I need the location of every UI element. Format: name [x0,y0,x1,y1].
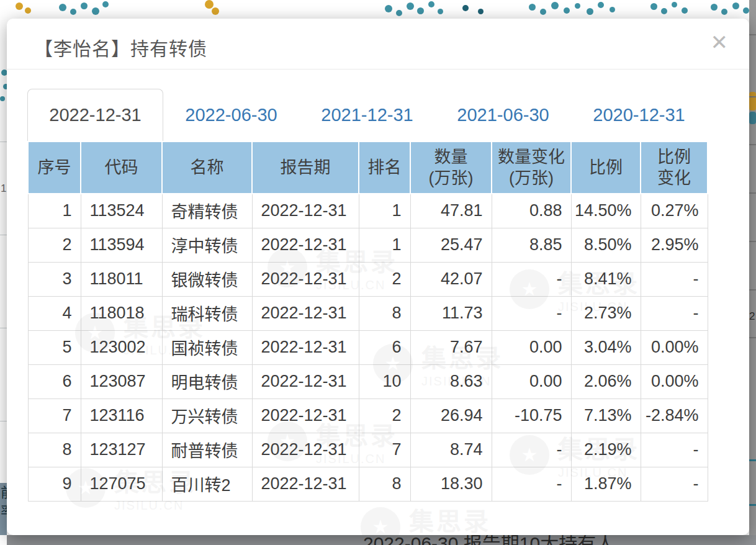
cell-rank: 10 [359,364,410,399]
background-axis-label-right: 2 [749,310,755,323]
cell-code-link[interactable]: 123127 [81,433,162,467]
tab-2021-06-30[interactable]: 2021-06-30 [435,89,571,141]
background-scatter-dot [438,9,443,14]
cell-qty-change: 0.00 [492,364,571,399]
cell-rank: 7 [359,433,410,467]
jisilu-watermark: ★集思录JISILU.CN [361,502,491,535]
background-scatter-dot [610,7,615,12]
background-teal-line [749,459,756,461]
cell-qty-change: -10.75 [492,399,571,433]
cell-period: 2022-12-31 [252,330,359,364]
cell-code-link[interactable]: 113524 [81,194,162,228]
background-scatter-dot [682,7,688,14]
cell-code-link[interactable]: 123002 [81,330,162,364]
cell-ratio: 14.50% [571,194,641,228]
tab-2022-12-31[interactable]: 2022-12-31 [27,89,163,141]
cell-qty-change: - [492,262,571,296]
cell-rank: 6 [359,330,410,364]
cell-qty-change: 0.00 [492,330,571,364]
table-row: 4 118018 瑞科转债 2022-12-31 8 11.73 - 2.73%… [28,296,708,330]
cell-period: 2022-12-31 [252,467,359,501]
background-scatter-dot [417,7,424,14]
cell-seq: 2 [28,228,81,262]
cell-qty: 26.94 [410,399,492,433]
background-scatter-dot [92,7,99,15]
cell-ratio-change: 0.00% [641,364,708,399]
modal-header: 【李怡名】持有转债 ✕ [7,19,749,70]
cell-ratio: 2.73% [571,296,641,330]
cell-code-link[interactable]: 113594 [81,228,162,262]
cell-qty: 42.07 [410,262,492,296]
background-scatter-dot [385,5,392,12]
cell-ratio: 2.06% [571,364,641,399]
background-right-strip: 2 [749,0,756,545]
background-scatter-dot [743,7,749,14]
background-scatter-dot [70,9,76,15]
background-scatter-dot [598,2,604,8]
cell-code-link[interactable]: 123116 [81,399,162,433]
cell-rank: 8 [359,296,410,330]
header-name: 名称 [162,142,252,194]
header-code: 代码 [81,142,162,194]
cell-qty-change: 0.88 [492,194,571,228]
table-row: 5 123002 国祯转债 2022-12-31 6 7.67 0.00 3.0… [28,330,708,364]
background-gridline [749,289,756,291]
background-scatter-dot [407,2,414,10]
background-teal-line [749,504,756,506]
tab-2022-06-30[interactable]: 2022-06-30 [163,89,299,141]
header-ratio-change: 比例 变化 [641,142,708,194]
cell-name: 奇精转债 [162,194,252,228]
cell-ratio: 3.04% [571,330,641,364]
background-scatter-dot [529,4,536,11]
table-row: 6 123087 明电转债 2022-12-31 10 8.63 0.00 2.… [28,364,708,399]
background-scatter-dot [721,9,727,15]
cell-name: 万兴转债 [162,399,252,433]
background-scatter-dot [661,8,667,14]
cell-name: 百川转2 [162,467,252,501]
cell-qty: 11.73 [410,296,492,330]
background-scatter-dot [575,3,580,9]
background-gridline [749,241,756,242]
table-row: 9 127075 百川转2 2022-12-31 8 18.30 - 1.87%… [28,467,708,501]
table-row: 2 113594 淳中转债 2022-12-31 1 25.47 8.85 8.… [28,228,708,262]
table-row: 3 118011 银微转债 2022-12-31 2 42.07 - 8.41%… [28,262,708,296]
cell-rank: 2 [359,262,410,296]
cell-period: 2022-12-31 [252,433,359,467]
cell-name: 淳中转债 [162,228,252,262]
cell-ratio-change: 0.27% [641,194,708,228]
cell-code-link[interactable]: 118011 [81,262,162,296]
cell-seq: 7 [28,399,81,433]
cell-qty-change: - [492,433,571,467]
background-scatter-dot [205,0,214,9]
holdings-table: 序号 代码 名称 报告期 排名 数量 (万张) 数量变化 (万张) 比例 比例 … [27,141,708,502]
cell-rank: 8 [359,467,410,501]
cell-seq: 6 [28,364,81,399]
tab-2021-12-31[interactable]: 2021-12-31 [299,89,435,141]
background-scatter-dot [462,5,469,11]
cell-code-link[interactable]: 123087 [81,364,162,399]
table-row: 1 113524 奇精转债 2022-12-31 1 47.81 0.88 14… [28,194,708,228]
cell-seq: 1 [28,194,81,228]
table-header-row: 序号 代码 名称 报告期 排名 数量 (万张) 数量变化 (万张) 比例 比例 … [28,142,708,194]
background-scatter-dot [711,4,718,11]
cell-ratio: 1.87% [571,467,641,501]
cell-seq: 9 [28,467,81,501]
cell-qty-change: - [492,296,571,330]
holdings-modal: 【李怡名】持有转债 ✕ 2022-12-31 2022-06-30 2021-1… [7,19,749,535]
cell-ratio-change: 2.95% [641,228,708,262]
background-scatter-dot [102,1,109,7]
cell-code-link[interactable]: 127075 [81,467,162,501]
background-scatter-dot [478,9,484,14]
cell-seq: 5 [28,330,81,364]
cell-name: 瑞科转债 [162,296,252,330]
cell-ratio-change: - [641,467,708,501]
close-icon[interactable]: ✕ [711,30,729,55]
background-scatter-dot [59,4,66,11]
background-left-fragment: 前率 [0,483,7,535]
cell-code-link[interactable]: 118018 [81,296,162,330]
tab-2020-12-31[interactable]: 2020-12-31 [571,89,707,141]
background-gridline [0,421,7,421]
cell-rank: 1 [359,194,410,228]
cell-qty-change: - [492,467,571,501]
background-scatter-dot [732,2,739,9]
